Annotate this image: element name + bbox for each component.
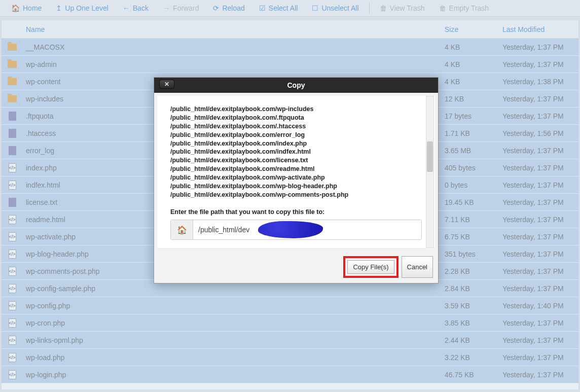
source-path-item: /public_html/dev.exitplaybook.com/licens… (170, 156, 420, 165)
destination-input-group: 🏠 (170, 220, 422, 240)
file-modified: Yesterday, 1:37 PM (502, 112, 578, 120)
forward-button[interactable]: → Forward (156, 0, 206, 17)
file-modified: Yesterday, 1:37 PM (502, 371, 578, 379)
code-file-icon: </> (9, 250, 16, 259)
home-icon: 🏠 (177, 225, 187, 235)
file-row[interactable]: </>wp-links-opml.php2.44 KBYesterday, 1:… (2, 332, 578, 349)
file-size: 2.84 KB (445, 284, 502, 293)
file-icon-cell: </> (2, 284, 23, 293)
code-file-icon: </> (9, 301, 16, 310)
source-path-item: /public_html/dev.exitplaybook.com/.ftpqu… (170, 114, 420, 122)
file-icon-cell (2, 146, 23, 155)
file-row[interactable]: </>wp-config.php3.59 KBYesterday, 1:40 P… (2, 297, 578, 314)
file-size: 351 bytes (445, 250, 502, 258)
source-path-list[interactable]: /public_html/dev.exitplaybook.com/wp-inc… (170, 105, 422, 199)
file-row[interactable]: </>wp-load.php3.22 KBYesterday, 1:37 PM (2, 349, 578, 366)
modal-close-button[interactable]: ✕ (159, 80, 174, 89)
empty-square-icon: ☐ (312, 5, 318, 12)
unselect-all-label: Unselect All (321, 4, 358, 12)
file-row[interactable]: </>wp-cron.php3.85 KBYesterday, 1:37 PM (2, 314, 578, 332)
file-size: 7.11 KB (445, 216, 502, 224)
file-modified: Yesterday, 1:37 PM (502, 164, 578, 172)
up-one-level-button[interactable]: ↥ Up One Level (49, 0, 116, 17)
modal-body-scrollbar[interactable] (426, 96, 434, 248)
file-row[interactable]: </>wp-login.php46.75 KBYesterday, 1:37 P… (2, 366, 578, 383)
file-icon-cell: </> (2, 163, 23, 172)
file-size: 2.44 KB (445, 336, 502, 344)
file-size: 2.28 KB (445, 267, 502, 275)
home-icon: 🏠 (11, 5, 20, 12)
file-modified: Yesterday, 1:38 PM (502, 78, 578, 86)
file-icon-cell (2, 78, 23, 85)
file-size: 12 KB (445, 95, 502, 103)
file-size: 0 bytes (445, 181, 502, 189)
copy-files-button[interactable]: Copy File(s) (347, 260, 394, 274)
file-size: 3.59 KB (445, 302, 502, 310)
up-arrow-icon: ↥ (56, 5, 62, 12)
home-label: Home (23, 4, 42, 12)
file-size: 405 bytes (445, 164, 502, 172)
code-file-icon: </> (9, 267, 16, 276)
col-size-header[interactable]: Size (445, 25, 502, 33)
view-trash-button[interactable]: 🗑 View Trash (373, 0, 432, 17)
unselect-all-button[interactable]: ☐ Unselect All (305, 0, 366, 17)
select-all-label: Select All (269, 4, 298, 12)
select-all-button[interactable]: ☑ Select All (252, 0, 305, 17)
trash-icon: 🗑 (439, 5, 446, 12)
reload-button[interactable]: ⟳ Reload (206, 0, 251, 17)
file-icon-cell: </> (2, 318, 23, 328)
source-path-item: /public_html/dev.exitplaybook.com/index.… (170, 139, 420, 148)
file-modified: Yesterday, 1:40 PM (502, 302, 578, 310)
file-modified: Yesterday, 1:37 PM (502, 250, 578, 258)
source-path-item: /public_html/dev.exitplaybook.com/wp-act… (170, 173, 420, 182)
cancel-button[interactable]: Cancel (402, 256, 433, 278)
file-row[interactable]: __MACOSX4 KBYesterday, 1:37 PM (2, 39, 578, 56)
file-name: wp-config-sample.php (23, 284, 445, 293)
file-size: 4 KB (445, 78, 502, 86)
file-name: wp-load.php (23, 353, 445, 362)
file-modified: Yesterday, 1:56 PM (502, 129, 578, 137)
home-button[interactable]: 🏠 Home (4, 0, 49, 17)
code-file-icon: </> (9, 215, 16, 224)
file-icon-cell (2, 44, 23, 51)
file-size: 1.71 KB (445, 129, 502, 137)
source-path-item: /public_html/dev.exitplaybook.com/indfex… (170, 148, 420, 156)
file-icon-cell: </> (2, 267, 23, 276)
code-file-icon: </> (9, 353, 16, 362)
code-file-icon: </> (9, 181, 16, 190)
code-file-icon: </> (9, 370, 16, 379)
code-file-icon: </> (9, 318, 16, 328)
empty-trash-button[interactable]: 🗑 Empty Trash (432, 0, 496, 17)
code-file-icon: </> (9, 284, 16, 293)
empty-trash-label: Empty Trash (449, 4, 489, 12)
file-modified: Yesterday, 1:37 PM (502, 284, 578, 293)
toolbar: 🏠 Home ↥ Up One Level ← Back → Forward ⟳… (0, 0, 580, 17)
file-modified: Yesterday, 1:37 PM (502, 233, 578, 241)
file-icon-cell: </> (2, 336, 23, 345)
file-size: 3.22 KB (445, 353, 502, 362)
reload-label: Reload (222, 4, 244, 12)
source-path-item: /public_html/dev.exitplaybook.com/wp-inc… (170, 105, 420, 114)
file-modified: Yesterday, 1:37 PM (502, 198, 578, 206)
file-name: wp-cron.php (23, 319, 445, 327)
forward-arrow-icon: → (163, 5, 170, 12)
folder-icon (8, 44, 17, 51)
col-modified-header[interactable]: Last Modified (502, 25, 578, 33)
file-size: 4 KB (445, 43, 502, 51)
destination-prompt: Enter the file path that you want to cop… (170, 208, 422, 216)
file-name: wp-login.php (23, 371, 445, 379)
back-button[interactable]: ← Back (116, 0, 156, 17)
file-row[interactable]: wp-admin4 KBYesterday, 1:37 PM (2, 56, 578, 73)
file-icon-cell: </> (2, 370, 23, 379)
folder-icon (8, 61, 17, 68)
file-modified: Yesterday, 1:37 PM (502, 60, 578, 68)
file-icon-cell (2, 198, 23, 207)
path-home-button[interactable]: 🏠 (171, 220, 193, 239)
file-modified: Yesterday, 1:37 PM (502, 181, 578, 189)
file-modified: Yesterday, 1:37 PM (502, 95, 578, 103)
forward-label: Forward (173, 4, 199, 12)
view-trash-label: View Trash (390, 4, 425, 12)
col-name-header[interactable]: Name (23, 25, 445, 33)
folder-icon (8, 78, 17, 85)
file-icon (9, 198, 16, 207)
